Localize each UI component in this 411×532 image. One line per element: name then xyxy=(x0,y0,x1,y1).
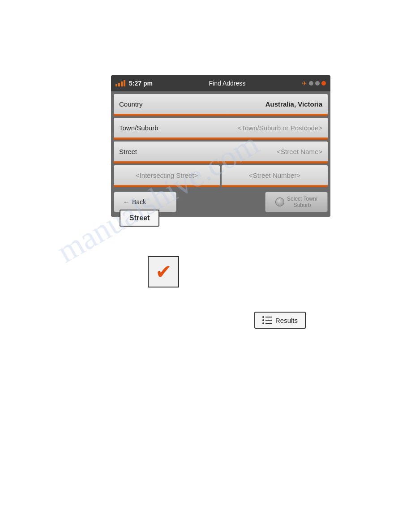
app-content: Country Australia, Victoria Town/Suburb … xyxy=(111,91,330,217)
street-placeholder: <Street Name> xyxy=(277,148,322,155)
back-arrow-icon: ← xyxy=(123,198,129,206)
dot-icon-2 xyxy=(315,81,320,86)
checkmark-icon: ✔ xyxy=(155,262,172,282)
signal-bars-icon xyxy=(116,80,125,86)
status-icons: ✈ xyxy=(302,80,326,87)
intersecting-row: <Intersecting Street> <Street Number> xyxy=(114,165,328,187)
results-label: Results xyxy=(275,317,298,324)
navigation-icon: ✈ xyxy=(302,80,307,87)
country-value: Australia, Victoria xyxy=(265,100,322,108)
number-divider xyxy=(222,185,328,187)
dot-icon-1 xyxy=(309,81,313,86)
street-divider xyxy=(114,161,328,163)
town-label: Town/Suburb xyxy=(119,124,158,132)
street-field[interactable]: Street <Street Name> xyxy=(114,142,328,161)
number-field[interactable]: <Street Number> xyxy=(222,165,328,185)
country-row: Country Australia, Victoria xyxy=(114,94,328,116)
results-list-icon xyxy=(262,316,272,324)
street-label-box: Street xyxy=(120,210,159,227)
street-box-text: Street xyxy=(129,214,150,222)
dot-icon-3 xyxy=(321,81,326,86)
street-row: Street <Street Name> xyxy=(114,142,328,163)
status-time: 5:27 pm xyxy=(129,80,153,87)
town-divider xyxy=(114,137,328,140)
town-row: Town/Suburb <Town/Suburb or Postcode> xyxy=(114,118,328,140)
intersecting-placeholder: <Intersecting Street> xyxy=(136,172,198,179)
device-frame: 5:27 pm Find Address ✈ Country Australia… xyxy=(111,75,330,217)
country-label: Country xyxy=(119,100,143,108)
town-field[interactable]: Town/Suburb <Town/Suburb or Postcode> xyxy=(114,118,328,137)
number-placeholder: <Street Number> xyxy=(249,172,300,179)
results-button[interactable]: Results xyxy=(254,312,306,329)
street-label: Street xyxy=(119,148,137,155)
country-divider xyxy=(114,114,328,116)
select-town-label: Select Town/Suburb xyxy=(287,196,317,208)
select-town-icon xyxy=(275,197,284,206)
status-bar: 5:27 pm Find Address ✈ xyxy=(111,75,330,91)
select-town-button[interactable]: Select Town/Suburb xyxy=(265,192,328,212)
intersecting-divider xyxy=(114,185,220,187)
status-bar-left: 5:27 pm xyxy=(116,80,153,87)
country-field[interactable]: Country Australia, Victoria xyxy=(114,94,328,114)
app-title: Find Address xyxy=(209,80,246,87)
checkbox-area[interactable]: ✔ xyxy=(148,256,179,287)
back-label: Back xyxy=(132,198,146,206)
intersecting-field[interactable]: <Intersecting Street> xyxy=(114,165,220,185)
town-placeholder: <Town/Suburb or Postcode> xyxy=(238,124,322,132)
